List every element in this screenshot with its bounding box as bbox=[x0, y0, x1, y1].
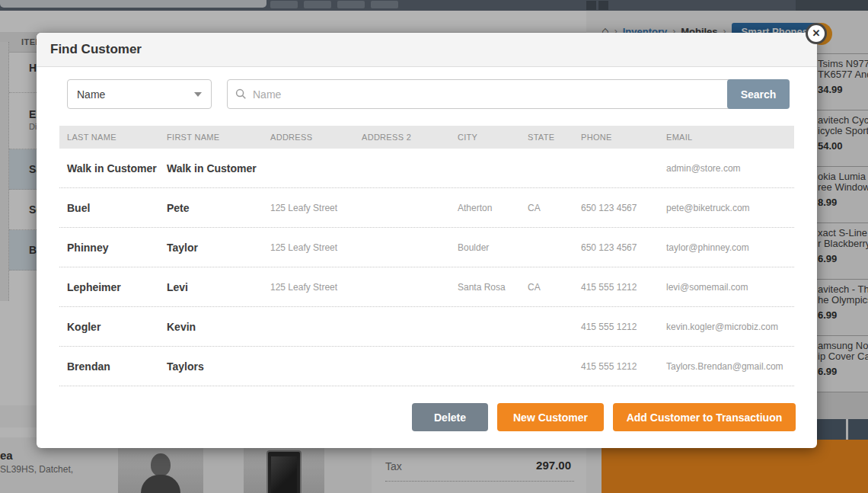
cell-email: taylor@phinney.com bbox=[659, 242, 794, 253]
cell-email: levi@somemail.com bbox=[659, 282, 794, 293]
cell-email: admin@store.com bbox=[659, 163, 794, 174]
cell-address: 125 Leafy Street bbox=[263, 242, 354, 253]
cell-phone: 415 555 1212 bbox=[573, 361, 659, 372]
modal-footer: Delete New Customer Add Customer to Tran… bbox=[37, 403, 817, 431]
cell-state: CA bbox=[520, 282, 573, 293]
cell-first-name: Pete bbox=[159, 202, 263, 214]
cell-email: Taylors.Brendan@gmail.com bbox=[659, 361, 794, 372]
cell-address: 125 Leafy Street bbox=[263, 282, 354, 293]
col-email: EMAIL bbox=[659, 133, 794, 142]
close-icon[interactable]: ✕ bbox=[806, 23, 827, 44]
col-state: STATE bbox=[520, 133, 573, 142]
cell-last-name: Lepheimer bbox=[59, 281, 159, 293]
cell-email: pete@biketruck.com bbox=[659, 203, 794, 213]
col-address: ADDRESS bbox=[263, 133, 354, 142]
customer-row[interactable]: Lepheimer Levi 125 Leafy Street Santa Ro… bbox=[59, 267, 794, 307]
cell-last-name: Phinney bbox=[59, 242, 159, 254]
cell-first-name: Taylor bbox=[159, 242, 263, 254]
cell-phone: 415 555 1212 bbox=[573, 322, 659, 332]
modal-title: Find Customer bbox=[50, 42, 142, 57]
find-customer-modal: Find Customer ✕ Name Search LAST NAME FI… bbox=[37, 33, 817, 448]
customer-table: LAST NAME FIRST NAME ADDRESS ADDRESS 2 C… bbox=[59, 126, 794, 386]
cell-last-name: Walk in Customer bbox=[59, 162, 159, 174]
cell-last-name: Buel bbox=[59, 202, 159, 214]
cell-first-name: Levi bbox=[159, 281, 263, 293]
cell-city: Atherton bbox=[450, 203, 520, 213]
col-first-name: FIRST NAME bbox=[159, 133, 263, 142]
pos-app: ITEM NAME QTY PRICE TOTAL HT El Dis Sa S… bbox=[0, 0, 868, 493]
cell-first-name: Walk in Customer bbox=[159, 162, 263, 174]
cell-phone: 650 123 4567 bbox=[573, 242, 659, 253]
col-phone: PHONE bbox=[573, 133, 659, 142]
customer-row[interactable]: Kogler Kevin 415 555 1212 kevin.kogler@m… bbox=[59, 307, 794, 347]
search-field-value: Name bbox=[77, 88, 194, 101]
chevron-down-icon bbox=[194, 92, 202, 97]
col-address2: ADDRESS 2 bbox=[354, 133, 450, 142]
cell-first-name: Taylors bbox=[159, 360, 263, 373]
search-icon bbox=[235, 88, 247, 100]
cell-phone: 650 123 4567 bbox=[573, 203, 659, 213]
customer-row[interactable]: Phinney Taylor 125 Leafy Street Boulder … bbox=[59, 228, 794, 267]
col-city: CITY bbox=[450, 133, 520, 142]
cell-state: CA bbox=[520, 203, 573, 213]
delete-button[interactable]: Delete bbox=[412, 403, 488, 431]
cell-last-name: Brendan bbox=[59, 360, 159, 373]
customer-row[interactable]: Brendan Taylors 415 555 1212 Taylors.Bre… bbox=[59, 347, 794, 386]
customer-row[interactable]: Buel Pete 125 Leafy Street Atherton CA 6… bbox=[59, 188, 794, 228]
cell-email: kevin.kogler@microbiz.com bbox=[659, 322, 794, 332]
cell-phone: 415 555 1212 bbox=[573, 282, 659, 293]
cell-last-name: Kogler bbox=[59, 321, 159, 333]
cell-first-name: Kevin bbox=[159, 321, 263, 333]
customer-row[interactable]: Walk in Customer Walk in Customer admin@… bbox=[59, 149, 794, 188]
modal-header: Find Customer bbox=[37, 33, 817, 67]
col-last-name: LAST NAME bbox=[59, 133, 159, 142]
add-customer-to-transaction-button[interactable]: Add Customer to Transactiuon bbox=[613, 403, 796, 431]
cell-city: Boulder bbox=[450, 242, 520, 253]
search-input[interactable] bbox=[253, 88, 742, 101]
cell-address: 125 Leafy Street bbox=[263, 203, 354, 213]
new-customer-button[interactable]: New Customer bbox=[497, 403, 604, 431]
customer-table-header: LAST NAME FIRST NAME ADDRESS ADDRESS 2 C… bbox=[59, 126, 794, 149]
search-box bbox=[227, 79, 750, 109]
cell-city: Santa Rosa bbox=[450, 282, 520, 293]
search-field-select[interactable]: Name bbox=[67, 79, 212, 109]
search-button[interactable]: Search bbox=[727, 79, 790, 109]
